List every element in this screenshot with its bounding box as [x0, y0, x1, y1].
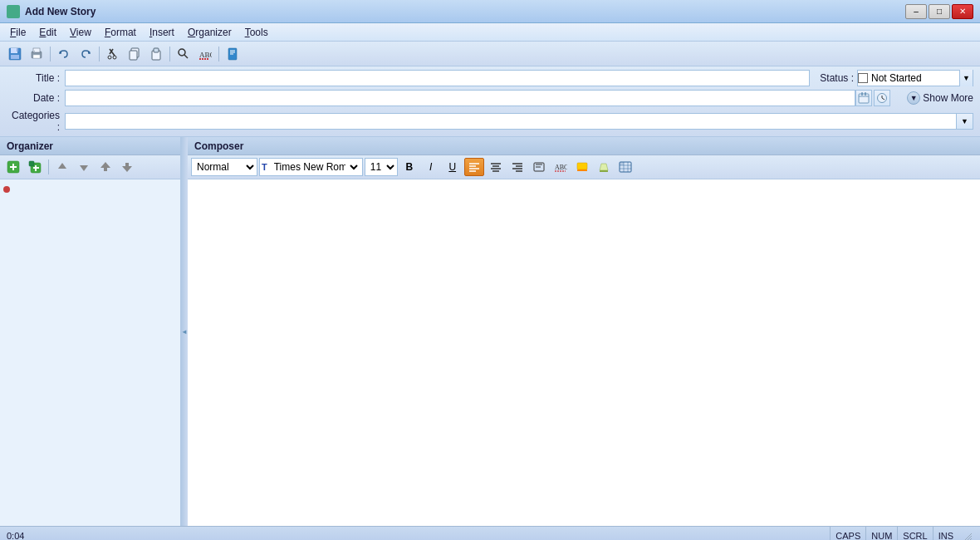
menu-bar: File Edit View Format Insert Organizer T… [0, 23, 980, 42]
menu-tools[interactable]: Tools [238, 25, 275, 40]
search-button[interactable] [174, 45, 194, 63]
menu-file[interactable]: File [3, 25, 32, 40]
tree-marker [3, 186, 10, 193]
organizer-title: Organizer [7, 140, 53, 152]
move-forward-button[interactable] [74, 158, 94, 176]
menu-view[interactable]: View [63, 25, 98, 40]
color-button[interactable] [572, 158, 592, 176]
highlight-button[interactable] [594, 158, 614, 176]
move-up-button[interactable] [96, 158, 115, 176]
svg-point-12 [108, 56, 111, 59]
scrl-indicator: SCRL [897, 527, 932, 540]
table-button[interactable] [615, 158, 635, 176]
svg-text:ABC: ABC [199, 51, 212, 59]
status-dropdown-button[interactable]: ▼ [959, 70, 973, 86]
title-input[interactable] [65, 70, 810, 86]
resize-grip[interactable] [962, 530, 973, 541]
org-toolbar-sep-1 [48, 160, 49, 174]
main-area: Organizer [0, 137, 980, 526]
size-select[interactable]: 11 8 9 10 12 14 16 18 24 36 [365, 158, 398, 176]
add-item-button[interactable] [3, 158, 23, 176]
svg-rect-7 [34, 51, 35, 52]
align-center-button[interactable] [486, 158, 506, 176]
svg-marker-41 [80, 165, 88, 171]
save-button[interactable] [5, 45, 25, 63]
show-more-button[interactable]: ▼ Show More [907, 91, 973, 105]
font-t-icon: T [262, 162, 267, 172]
move-back-button[interactable] [52, 158, 72, 176]
svg-rect-71 [620, 162, 624, 165]
minimize-button[interactable]: – [905, 4, 927, 19]
underline-button[interactable]: U [443, 158, 463, 176]
caps-indicator: CAPS [830, 527, 865, 540]
categories-label: Categories : [7, 110, 65, 133]
style-select[interactable]: Normal [191, 158, 257, 176]
date-label: Date : [7, 92, 65, 104]
align-left-button[interactable] [464, 158, 484, 176]
date-time-button[interactable] [874, 90, 890, 106]
menu-organizer[interactable]: Organizer [181, 25, 238, 40]
move-down-button[interactable] [117, 158, 137, 176]
svg-rect-63 [577, 163, 587, 169]
date-row: Date : ▼ Show More [7, 90, 973, 106]
svg-rect-26 [859, 94, 869, 103]
composer-spellcheck-button[interactable]: ABC [551, 158, 571, 176]
svg-text:ABC: ABC [555, 164, 567, 171]
status-bar: 0:04 CAPS NUM SCRL INS [0, 526, 980, 540]
status-value: Not Started [871, 72, 959, 84]
align-right-button[interactable] [507, 158, 527, 176]
add-subitem-button[interactable] [25, 158, 45, 176]
title-bar: Add New Story – □ ✕ [0, 0, 980, 23]
date-input[interactable] [65, 90, 855, 106]
cut-button[interactable] [103, 45, 123, 63]
organizer-content [0, 179, 180, 526]
panel-splitter[interactable] [181, 137, 188, 526]
svg-line-19 [184, 55, 188, 58]
status-time: 0:04 [7, 531, 24, 541]
composer-panel: Composer Normal T Times New Roman 11 8 9… [188, 137, 980, 526]
categories-dropdown-button[interactable]: ▼ [957, 113, 973, 130]
title-label: Title : [7, 72, 65, 84]
svg-rect-45 [125, 163, 129, 166]
status-label: Status : [820, 72, 854, 84]
italic-button[interactable]: I [421, 158, 441, 176]
font-selector-area: T Times New Roman [259, 158, 363, 176]
menu-insert[interactable]: Insert [143, 25, 181, 40]
window-controls: – □ ✕ [905, 4, 973, 19]
menu-format[interactable]: Format [98, 25, 143, 40]
print-button[interactable] [27, 45, 47, 63]
paste-button[interactable] [146, 45, 166, 63]
title-row: Title : Status : Not Started ▼ [7, 70, 973, 86]
app-icon [7, 5, 20, 18]
toolbar-separator-1 [50, 47, 51, 61]
maximize-button[interactable]: □ [929, 4, 950, 19]
categories-row: Categories : ▼ [7, 110, 973, 133]
bookmark-button[interactable] [223, 45, 243, 63]
composer-header: Composer [188, 137, 980, 155]
toolbar-separator-4 [218, 47, 219, 61]
bold-button[interactable]: B [399, 158, 419, 176]
svg-rect-5 [33, 48, 40, 52]
categories-input[interactable] [65, 113, 957, 130]
status-checkbox[interactable] [858, 73, 868, 83]
organizer-header: Organizer [0, 137, 180, 155]
copy-button[interactable] [125, 45, 145, 63]
menu-edit[interactable]: Edit [32, 25, 63, 40]
textbox-button[interactable] [529, 158, 549, 176]
svg-marker-42 [100, 162, 110, 168]
date-calendar-button[interactable] [855, 90, 872, 106]
svg-rect-29 [865, 92, 866, 96]
font-select[interactable]: Times New Roman [269, 158, 360, 176]
svg-rect-65 [600, 170, 608, 172]
organizer-toolbar [0, 155, 180, 179]
close-button[interactable]: ✕ [952, 4, 973, 19]
composer-content[interactable] [188, 179, 980, 526]
svg-rect-6 [33, 55, 40, 58]
undo-button[interactable] [54, 45, 74, 63]
redo-button[interactable] [76, 45, 96, 63]
toolbar-separator-3 [169, 47, 170, 61]
spellcheck-button[interactable]: ABC [195, 45, 215, 63]
svg-marker-40 [58, 163, 66, 169]
show-more-icon: ▼ [907, 91, 920, 105]
composer-toolbar: Normal T Times New Roman 11 8 9 10 12 14… [188, 155, 980, 179]
